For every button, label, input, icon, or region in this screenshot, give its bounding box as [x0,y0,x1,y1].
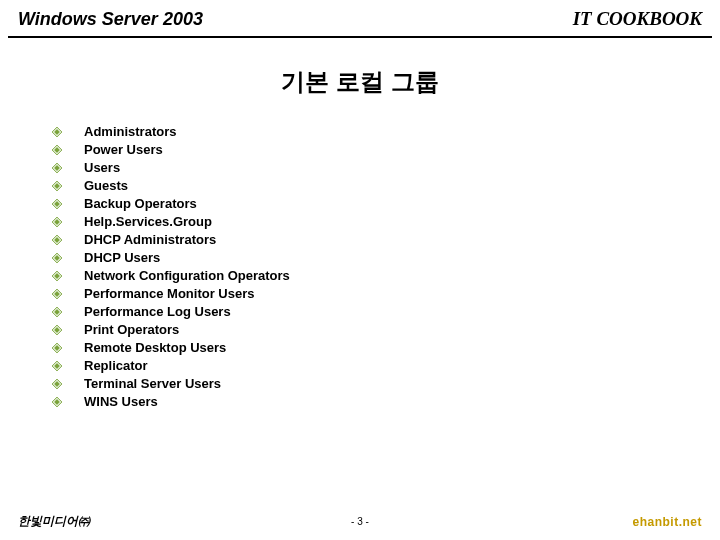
list-item-label: DHCP Users [84,250,160,265]
header: Windows Server 2003 IT COOKBOOK [0,0,720,36]
page-title: 기본 로컬 그룹 [0,66,720,98]
list-item: Remote Desktop Users [52,340,720,355]
list-item: Network Configuration Operators [52,268,720,283]
footer-publisher: 한빛미디어㈜ [18,513,90,530]
list-item: Performance Monitor Users [52,286,720,301]
list-item: Replicator [52,358,720,373]
list-item-label: Backup Operators [84,196,197,211]
list-item-label: Remote Desktop Users [84,340,226,355]
diamond-bullet-icon [52,325,62,335]
header-right-title: IT COOKBOOK [573,8,702,30]
header-divider [8,36,712,38]
list-item-label: Terminal Server Users [84,376,221,391]
list-item-label: Help.Services.Group [84,214,212,229]
diamond-bullet-icon [52,253,62,263]
list-item-label: Performance Log Users [84,304,231,319]
diamond-bullet-icon [52,307,62,317]
list-item-label: Performance Monitor Users [84,286,255,301]
list-item: Terminal Server Users [52,376,720,391]
list-item-label: DHCP Administrators [84,232,216,247]
list-item: Performance Log Users [52,304,720,319]
list-item: DHCP Administrators [52,232,720,247]
list-item-label: Administrators [84,124,176,139]
list-item: Print Operators [52,322,720,337]
diamond-bullet-icon [52,235,62,245]
diamond-bullet-icon [52,271,62,281]
diamond-bullet-icon [52,343,62,353]
header-left-title: Windows Server 2003 [18,9,203,30]
list-item: Guests [52,178,720,193]
diamond-bullet-icon [52,289,62,299]
list-item-label: Guests [84,178,128,193]
group-list: Administrators Power Users Users Guests … [52,124,720,409]
footer-page-number: - 3 - [351,516,369,527]
list-item-label: WINS Users [84,394,158,409]
diamond-bullet-icon [52,217,62,227]
footer-url: ehanbit.net [632,515,702,529]
diamond-bullet-icon [52,127,62,137]
diamond-bullet-icon [52,163,62,173]
list-item: Power Users [52,142,720,157]
list-item-label: Replicator [84,358,148,373]
list-item-label: Print Operators [84,322,179,337]
diamond-bullet-icon [52,181,62,191]
list-item: WINS Users [52,394,720,409]
diamond-bullet-icon [52,397,62,407]
list-item: DHCP Users [52,250,720,265]
diamond-bullet-icon [52,199,62,209]
list-item-label: Users [84,160,120,175]
list-item-label: Power Users [84,142,163,157]
diamond-bullet-icon [52,379,62,389]
list-item: Help.Services.Group [52,214,720,229]
list-item: Backup Operators [52,196,720,211]
diamond-bullet-icon [52,145,62,155]
footer: 한빛미디어㈜ - 3 - ehanbit.net [0,513,720,530]
diamond-bullet-icon [52,361,62,371]
list-item: Administrators [52,124,720,139]
list-item: Users [52,160,720,175]
list-item-label: Network Configuration Operators [84,268,290,283]
